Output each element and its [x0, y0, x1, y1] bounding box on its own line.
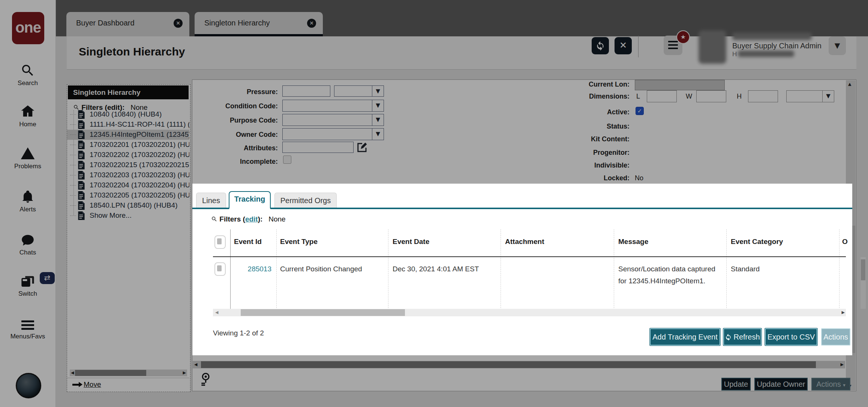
tree-item[interactable]: 1703202205 (1703202205) (HUB4) — [67, 190, 189, 201]
move-link[interactable]: Move — [84, 380, 101, 389]
filters-edit-link[interactable]: edit — [245, 215, 258, 223]
active-checkbox[interactable]: ✓ — [636, 107, 644, 115]
col-overflow[interactable]: O — [842, 238, 848, 246]
add-tracking-event-button[interactable]: Add Tracking Event — [650, 328, 720, 346]
divider — [638, 36, 639, 57]
update-button[interactable]: Update — [721, 378, 751, 391]
user-menu-chevron[interactable]: ▼ — [829, 36, 846, 55]
edit-attributes-icon[interactable] — [357, 142, 368, 153]
tree-item[interactable]: 10840 (10840) (HUB4) — [67, 109, 189, 120]
search-icon — [211, 216, 217, 222]
condition-code-select[interactable]: ▼ — [282, 100, 384, 112]
browser-tab-strip: Buyer Dashboard × Singleton Hierarchy × — [55, 0, 868, 36]
chevron-down-icon: ▼ — [376, 102, 380, 109]
dim-h-label: H — [737, 93, 742, 100]
pressure-input[interactable] — [282, 85, 330, 97]
cell-event-type: Current Position Changed — [280, 263, 385, 275]
row-checkbox[interactable] — [214, 262, 226, 276]
scrollbar-thumb[interactable] — [241, 309, 405, 316]
pressure-uom-select[interactable]: ▼ — [334, 85, 384, 97]
sidebar-item-label: Switch — [0, 290, 55, 298]
grid-horizontal-scrollbar[interactable]: ◀ ▶ — [213, 309, 846, 316]
tree-item[interactable]: 1111.H4-SC11-ROP-I41 (1111) (HUB4 — [67, 120, 189, 130]
sidebar-item-problems[interactable]: Problems — [0, 146, 55, 170]
scroll-left-arrow[interactable]: ◀ — [194, 361, 197, 368]
export-csv-button[interactable]: Export to CSV — [765, 328, 817, 346]
close-window-button[interactable]: ✕ — [615, 37, 632, 54]
owner-code-select[interactable]: ▼ — [282, 128, 384, 140]
tab-buyer-dashboard[interactable]: Buyer Dashboard × — [66, 12, 189, 36]
chat-bubble-icon — [20, 233, 35, 247]
attributes-label: Attributes: — [192, 144, 278, 152]
tree-horizontal-scrollbar[interactable]: ◀ ▶ — [70, 370, 187, 376]
singleton-hierarchy-tree-panel: Singleton Hierarchy Filters (edit): None… — [67, 84, 190, 392]
scrollbar-thumb[interactable] — [75, 370, 146, 376]
dim-w-input[interactable] — [696, 90, 726, 102]
dim-h-input[interactable] — [748, 90, 778, 102]
scroll-right-arrow[interactable]: ▶ — [842, 309, 845, 316]
scrollbar-thumb[interactable] — [861, 259, 865, 280]
event-id-link[interactable]: 285013 — [248, 265, 271, 273]
close-icon[interactable]: × — [174, 19, 183, 28]
sidebar-item-menus-favs[interactable]: Menus/Favs — [0, 318, 55, 340]
dim-l-input[interactable] — [647, 90, 677, 102]
grid-vertical-scrollbar[interactable] — [861, 257, 866, 309]
filters-value: None — [268, 215, 285, 223]
col-event-category[interactable]: Event Category — [731, 238, 783, 246]
tab-lines[interactable]: Lines — [196, 193, 226, 208]
app-root: Buyer Dashboard × Singleton Hierarchy × … — [0, 0, 868, 407]
sidebar-item-home[interactable]: Home — [0, 103, 55, 128]
tree-item[interactable]: 1703202204 (1703202204) (HUB4) — [67, 180, 189, 190]
tree-item[interactable]: 1703202203 (1703202203) (HUB4) — [67, 170, 189, 180]
sidebar-item-alerts[interactable]: Alerts — [0, 189, 55, 213]
tab-permitted-orgs[interactable]: Permitted Orgs — [274, 193, 337, 208]
tree-item-show-more[interactable]: Show More... — [67, 211, 189, 221]
tree-item[interactable]: 1703202202 (1703202202) (HUB4) — [67, 150, 189, 160]
tree-item[interactable]: 18540.LPN (18540) (HUB4) — [67, 201, 189, 211]
refresh-button[interactable] — [592, 37, 609, 54]
scroll-up-arrow[interactable]: ▲ — [848, 81, 851, 88]
tracking-actions-button[interactable]: Actions — [821, 328, 850, 346]
scroll-left-arrow[interactable]: ◀ — [71, 370, 74, 376]
purpose-code-select[interactable]: ▼ — [282, 114, 384, 126]
bottom-avatar[interactable] — [16, 373, 41, 398]
sidebar-item-chats[interactable]: Chats — [0, 233, 55, 256]
col-event-date[interactable]: Event Date — [393, 238, 429, 246]
incomplete-checkbox[interactable] — [283, 156, 291, 164]
user-avatar[interactable] — [699, 30, 726, 64]
tab-singleton-hierarchy[interactable]: Singleton Hierarchy × — [195, 12, 323, 36]
tab-tracking[interactable]: Tracking — [229, 191, 271, 209]
table-row[interactable]: 285013 Current Position Changed Dec 30, … — [213, 257, 846, 308]
caret-down-icon: ▾ — [843, 382, 846, 388]
close-icon[interactable]: × — [307, 19, 316, 28]
location-pin-icon[interactable] — [200, 373, 210, 386]
scroll-right-arrow[interactable]: ▶ — [183, 370, 186, 376]
col-event-id[interactable]: Event Id — [234, 238, 262, 246]
status-label: Status: — [549, 123, 630, 130]
bell-icon — [21, 189, 35, 204]
scroll-left-arrow[interactable]: ◀ — [215, 309, 218, 316]
col-event-type[interactable]: Event Type — [280, 238, 318, 246]
main-horizontal-scrollbar[interactable]: ◀ ▶ — [193, 361, 845, 368]
document-icon — [78, 181, 85, 190]
sidebar-item-search[interactable]: Search — [0, 63, 55, 87]
tree-item[interactable]: 1703202201 (1703202201) (HUB4) — [67, 140, 189, 150]
chevron-down-icon: ▼ — [826, 93, 831, 99]
dim-uom-select[interactable]: ▼ — [786, 90, 834, 102]
current-lon-label: Current Lon: — [549, 81, 630, 88]
document-icon — [78, 130, 85, 139]
warning-triangle-icon — [20, 146, 36, 161]
update-owner-button[interactable]: Update Owner — [754, 378, 808, 391]
tree-item-selected[interactable]: 12345.H4IntegPOItem1 (12345) (HU — [67, 130, 189, 140]
select-all-checkbox[interactable] — [214, 235, 226, 249]
col-attachment[interactable]: Attachment — [505, 238, 544, 246]
footer-actions-button[interactable]: Actions ▾ — [811, 378, 850, 391]
tree-item[interactable]: 170320220215 (170320220215) (HU — [67, 160, 189, 170]
col-message[interactable]: Message — [618, 238, 648, 246]
scroll-right-arrow[interactable]: ▶ — [841, 361, 844, 368]
scrollbar-thumb[interactable] — [201, 361, 816, 368]
switch-badge[interactable]: ⇄ — [40, 272, 55, 284]
close-icon: ✕ — [619, 40, 627, 51]
attributes-input[interactable] — [282, 142, 354, 153]
refresh-tracking-button[interactable]: Refresh — [723, 328, 762, 346]
